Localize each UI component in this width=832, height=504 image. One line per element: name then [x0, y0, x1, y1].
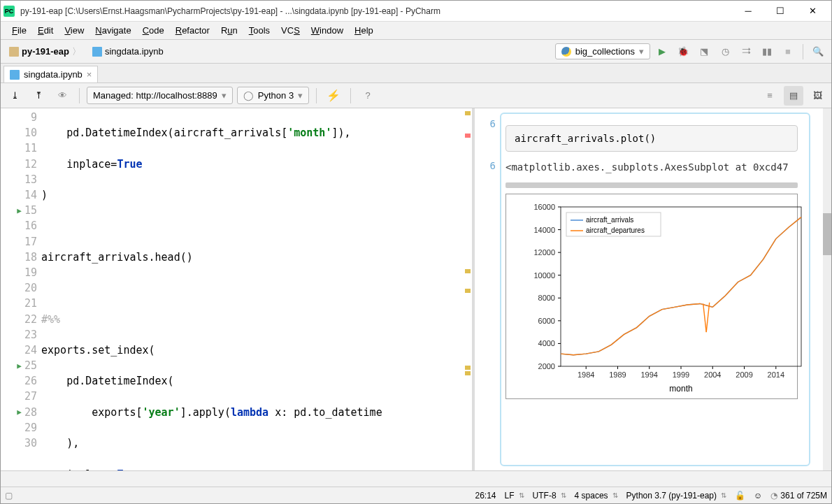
- server-select[interactable]: Managed: http://localhost:8889 ▾: [87, 87, 233, 104]
- svg-text:1994: 1994: [640, 370, 657, 379]
- output-scrollbar[interactable]: [505, 182, 798, 188]
- status-cursor[interactable]: 26:14: [475, 491, 496, 501]
- menu-vcs[interactable]: VCS: [275, 23, 306, 38]
- nav-toolbar: py-191-eap 〉 singdata.ipynb big_collecti…: [1, 40, 831, 64]
- maximize-button[interactable]: ☐: [764, 1, 796, 22]
- svg-text:14000: 14000: [533, 226, 555, 234]
- concurrency-button[interactable]: ⮆: [737, 43, 755, 61]
- svg-text:2004: 2004: [704, 370, 721, 379]
- tab-singdata[interactable]: singdata.ipynb ×: [3, 66, 98, 82]
- status-interpreter[interactable]: Python 3.7 (py-191-eap): [626, 491, 726, 501]
- line-gutter: 91011121314▶15161718192021222324▶252627▶…: [1, 108, 41, 470]
- breadcrumb-file-label: singdata.ipynb: [105, 46, 164, 57]
- status-indent[interactable]: 4 spaces: [575, 491, 618, 501]
- svg-text:aircraft_departures: aircraft_departures: [586, 226, 645, 234]
- stop-button[interactable]: ■: [779, 43, 797, 61]
- breadcrumb-project[interactable]: py-191-eap 〉: [5, 44, 85, 59]
- status-bar: ▢ 26:14 LF UTF-8 4 spaces Python 3.7 (py…: [1, 487, 831, 503]
- view-preview-button[interactable]: 🖼: [808, 86, 827, 106]
- svg-text:10000: 10000: [533, 271, 555, 280]
- menu-navigate[interactable]: Navigate: [89, 23, 136, 38]
- chart-plot: 2000400060008000100001200014000160001984…: [505, 194, 798, 399]
- run-config-select[interactable]: big_collections ▾: [555, 43, 650, 59]
- kernel-label: Python 3: [258, 90, 294, 101]
- svg-text:1989: 1989: [609, 370, 626, 379]
- kernel-status-icon: ◯: [243, 90, 254, 101]
- attach-button[interactable]: ▮▮: [758, 43, 776, 61]
- folder-icon: [9, 47, 19, 57]
- status-memory[interactable]: ◔ 361 of 725M: [770, 491, 827, 501]
- svg-text:8000: 8000: [538, 294, 555, 302]
- titlebar: PC py-191-eap [C:\Users\Ernst.Haagsman\P…: [1, 1, 831, 22]
- coverage-button[interactable]: ⬔: [695, 43, 713, 61]
- error-stripe[interactable]: [462, 108, 472, 470]
- output-cell: aircraft_arrivals.plot() <matplotlib.axe…: [500, 113, 810, 466]
- menu-help[interactable]: Help: [349, 23, 379, 38]
- menu-run[interactable]: Run: [215, 23, 243, 38]
- svg-text:2009: 2009: [736, 370, 752, 379]
- svg-text:2000: 2000: [538, 362, 555, 370]
- output-repr: <matplotlib.axes._subplots.AxesSubplot a…: [501, 161, 802, 180]
- help-button[interactable]: ?: [358, 86, 378, 106]
- run-cell-down-button[interactable]: ⤓: [5, 86, 24, 106]
- notebook-icon: [10, 70, 20, 80]
- python-icon: [561, 47, 571, 57]
- svg-text:month: month: [669, 384, 692, 394]
- chevron-down-icon: ▾: [222, 90, 227, 101]
- output-vscroll[interactable]: [823, 108, 831, 470]
- out-prompt-2: 6: [475, 160, 496, 202]
- breadcrumb-project-label: py-191-eap: [22, 46, 69, 57]
- menu-file[interactable]: File: [6, 23, 32, 38]
- view-split-button[interactable]: ▤: [784, 86, 803, 106]
- app-window: PC py-191-eap [C:\Users\Ernst.Haagsman\P…: [0, 0, 832, 504]
- run-cell-up-button[interactable]: ⤒: [29, 86, 48, 106]
- close-button[interactable]: ✕: [796, 1, 829, 22]
- menu-refactor[interactable]: Refactor: [170, 23, 215, 38]
- output-code: aircraft_arrivals.plot(): [505, 125, 798, 152]
- menu-edit[interactable]: Edit: [32, 23, 59, 38]
- debug-button[interactable]: 🐞: [674, 43, 692, 61]
- status-git-icon[interactable]: 🔓: [735, 491, 745, 501]
- breadcrumb-file[interactable]: singdata.ipynb: [88, 45, 168, 58]
- status-encoding[interactable]: UTF-8: [533, 491, 566, 501]
- svg-line-33: [706, 303, 710, 332]
- chevron-down-icon: ▾: [298, 90, 303, 101]
- main-split: 91011121314▶15161718192021222324▶252627▶…: [1, 108, 831, 470]
- menu-code[interactable]: Code: [137, 23, 170, 38]
- svg-text:1984: 1984: [578, 370, 594, 379]
- svg-text:1999: 1999: [673, 370, 689, 379]
- editor-tab-bar: singdata.ipynb ×: [1, 64, 831, 83]
- svg-line-32: [703, 303, 707, 332]
- status-inspect-icon[interactable]: ☺: [754, 491, 762, 501]
- editor-pane: 91011121314▶15161718192021222324▶252627▶…: [1, 108, 475, 470]
- svg-text:12000: 12000: [533, 248, 555, 257]
- svg-text:4000: 4000: [538, 339, 555, 347]
- status-eol[interactable]: LF: [505, 491, 524, 501]
- search-everywhere-button[interactable]: 🔍: [809, 43, 827, 61]
- window-title: py-191-eap [C:\Users\Ernst.Haagsman\Pych…: [20, 6, 732, 16]
- trusted-icon[interactable]: ⚡: [324, 86, 343, 106]
- status-tool-window-icon[interactable]: ▢: [5, 491, 13, 501]
- kernel-select[interactable]: ◯ Python 3 ▾: [237, 87, 309, 104]
- pycharm-icon: PC: [3, 6, 15, 17]
- bottom-tool-bar: [1, 470, 831, 487]
- chart-svg: 2000400060008000100001200014000160001984…: [527, 200, 807, 396]
- profile-button[interactable]: ◷: [716, 43, 734, 61]
- notebook-icon: [92, 47, 102, 57]
- menu-window[interactable]: Window: [306, 23, 349, 38]
- run-button[interactable]: ▶: [653, 43, 671, 61]
- preview-toggle-button[interactable]: 👁: [52, 86, 72, 106]
- code-area[interactable]: pd.DatetimeIndex(aircraft_arrivals['mont…: [41, 108, 462, 470]
- jupyter-toolbar: ⤓ ⤒ 👁 Managed: http://localhost:8889 ▾ ◯…: [1, 83, 831, 108]
- view-code-only-button[interactable]: ≡: [760, 86, 780, 106]
- out-prompt-1: 6: [475, 118, 496, 160]
- menu-tools[interactable]: Tools: [243, 23, 275, 38]
- minimize-button[interactable]: ─: [732, 1, 764, 22]
- svg-text:16000: 16000: [533, 203, 555, 211]
- tab-close-icon[interactable]: ×: [87, 69, 92, 80]
- menu-view[interactable]: View: [59, 23, 89, 38]
- menubar: File Edit View Navigate Code Refactor Ru…: [1, 22, 831, 40]
- svg-text:2014: 2014: [768, 370, 784, 379]
- scroll-thumb[interactable]: [823, 213, 831, 255]
- svg-text:aircraft_arrivals: aircraft_arrivals: [586, 216, 633, 224]
